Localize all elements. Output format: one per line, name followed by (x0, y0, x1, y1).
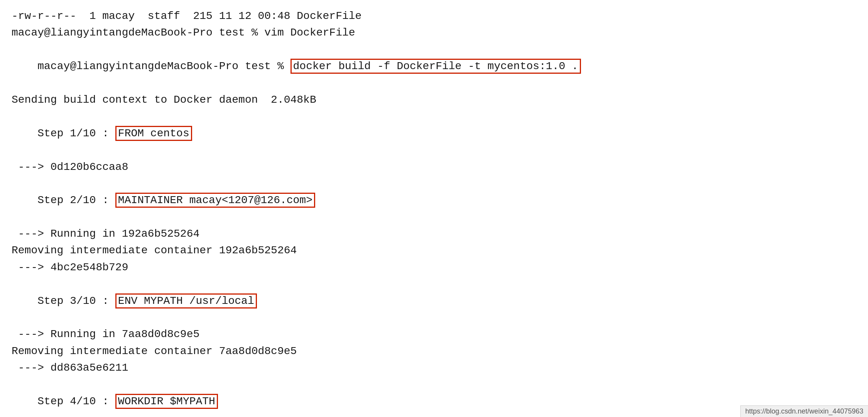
highlight-maintainer: MAINTAINER macay<1207@126.com> (115, 193, 315, 208)
terminal-line-6: ---> 0d120b6ccaa8 (12, 159, 856, 175)
terminal-line-1: -rw-r--r-- 1 macay staff 215 11 12 00:48… (12, 8, 856, 24)
terminal-line-3: macay@liangyintangdeMacBook-Pro test % d… (12, 41, 856, 92)
terminal-line-10: ---> 4bc2e548b729 (12, 259, 856, 276)
highlight-docker-build: docker build -f DockerFile -t mycentos:1… (290, 59, 581, 74)
terminal-line-5: Step 1/10 : FROM centos (12, 108, 856, 158)
terminal-line-7: Step 2/10 : MAINTAINER macay<1207@126.co… (12, 175, 856, 225)
highlight-workdir: WORKDIR $MYPATH (115, 394, 218, 409)
highlight-from-centos: FROM centos (115, 126, 192, 141)
terminal-line-15: Step 4/10 : WORKDIR $MYPATH (12, 376, 856, 417)
terminal-prefix-5: Step 1/10 : (37, 127, 115, 139)
terminal-line-8: ---> Running in 192a6b525264 (12, 225, 856, 242)
terminal-line-4: Sending build context to Docker daemon 2… (12, 92, 856, 108)
terminal-line-2: macay@liangyintangdeMacBook-Pro test % v… (12, 24, 856, 41)
terminal-line-9: Removing intermediate container 192a6b52… (12, 242, 856, 259)
terminal-line-14: ---> dd863a5e6211 (12, 359, 856, 376)
terminal-line-13: Removing intermediate container 7aa8d0d8… (12, 343, 856, 359)
highlight-env-mypath: ENV MYPATH /usr/local (115, 293, 257, 309)
terminal-prefix-15: Step 4/10 : (37, 395, 115, 407)
terminal-line-12: ---> Running in 7aa8d0d8c9e5 (12, 326, 856, 342)
terminal-output: -rw-r--r-- 1 macay staff 215 11 12 00:48… (0, 0, 868, 417)
url-bar: https://blog.csdn.net/weixin_44075963 (740, 405, 868, 417)
terminal-line-11: Step 3/10 : ENV MYPATH /usr/local (12, 276, 856, 326)
terminal-prefix-7: Step 2/10 : (37, 194, 115, 206)
terminal-prefix-3: macay@liangyintangdeMacBook-Pro test % (37, 60, 290, 72)
terminal-prefix-11: Step 3/10 : (37, 295, 115, 307)
